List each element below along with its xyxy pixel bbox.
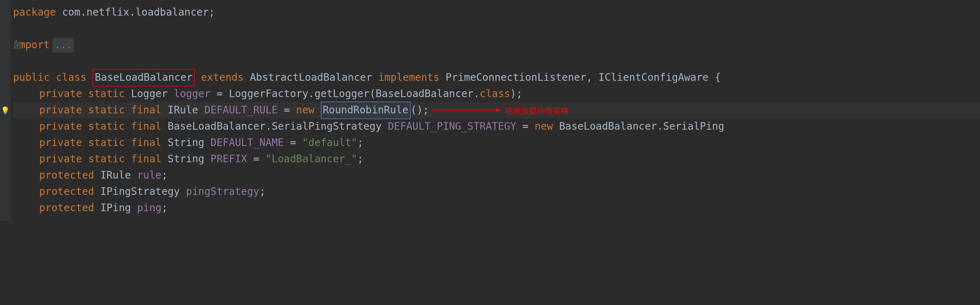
keyword-private: private [39,119,82,135]
code-line[interactable]: private static final String PREFIX = "Lo… [13,151,980,168]
constructor-name: RoundRobinRule [323,104,409,116]
type: IPing [100,200,131,216]
interface-1: PrimeConnectionListener [445,70,586,86]
code-line-highlighted[interactable]: 💡 private static final IRule DEFAULT_RUL… [13,102,980,119]
semicolon: ; [208,4,215,21]
type: Logger [131,86,168,102]
string-literal: "default" [302,135,357,151]
keyword-implements: implements [379,70,440,86]
extends-class: AbstractLoadBalancer [250,70,372,86]
type-inner: SerialPingStrategy [272,119,382,135]
keyword-static: static [88,102,125,119]
code-line[interactable]: protected IPingStrategy pingStrategy; [13,184,980,200]
type: String [168,151,204,168]
code-area[interactable]: package com.netflix.loadbalancer; + impo… [0,4,980,216]
code-line[interactable]: private static final BaseLoadBalancer.Se… [13,119,980,135]
keyword-package: package [13,4,56,21]
code-editor[interactable]: package com.netflix.loadbalancer; + impo… [0,0,980,221]
method-name: getLogger [315,86,370,102]
fold-placeholder[interactable]: ... [52,38,74,53]
keyword-final: final [131,151,161,168]
svg-marker-1 [496,108,501,112]
highlight-box-constructor: RoundRobinRule [321,101,411,119]
keyword-private: private [39,102,82,119]
keyword-static: static [88,86,125,102]
arrow-icon [433,107,501,113]
field-name: pingStrategy [186,184,259,200]
keyword-new: new [296,102,315,119]
intention-bulb-icon[interactable]: 💡 [1,105,10,116]
keyword-static: static [88,151,125,168]
keyword-protected: protected [39,184,94,200]
keyword-protected: protected [39,168,94,184]
blank-line [13,21,980,37]
constructor-inner: SerialPing [663,119,725,135]
field-name: DEFAULT_PING_STRATEGY [388,119,516,135]
keyword-final: final [131,119,161,135]
keyword-private: private [39,86,82,102]
keyword-static: static [88,119,125,135]
field-name: DEFAULT_RULE [204,102,278,119]
keyword-protected: protected [39,200,94,216]
keyword-class: class [56,70,86,86]
code-line[interactable]: + import ... [13,37,980,53]
keyword-final: final [131,102,161,119]
field-name: logger [174,86,210,102]
string-literal: "LoadBalancer_" [266,151,357,168]
code-line[interactable]: private static final String DEFAULT_NAME… [13,135,980,151]
code-line[interactable]: private static Logger logger = LoggerFac… [13,86,980,102]
class-name: BaseLoadBalancer [95,71,192,83]
field-name: DEFAULT_NAME [210,135,284,151]
keyword-public: public [13,70,50,86]
field-name: rule [137,168,161,184]
keyword-class-literal: class [480,86,510,102]
keyword-static: static [88,135,125,151]
field-name: PREFIX [210,151,247,168]
code-line[interactable]: protected IPing ping; [13,200,980,216]
keyword-new: new [535,119,553,135]
annotation-overlay: 轮询负载均衡策略 [433,102,569,119]
constructor-outer: BaseLoadBalancer [559,119,657,135]
code-line[interactable]: public class BaseLoadBalancer extends Ab… [13,70,980,86]
arg-class: BaseLoadBalancer [375,86,474,102]
type-outer: BaseLoadBalancer [168,119,266,135]
package-name: com.netflix.loadbalancer [62,4,209,21]
interface-2: IClientConfigAware [599,70,709,86]
type: IPingStrategy [100,184,180,200]
highlight-box-classname: BaseLoadBalancer [92,69,195,87]
keyword-private: private [39,135,82,151]
field-name: ping [137,200,161,216]
keyword-private: private [39,151,82,168]
factory-class: LoggerFactory [229,86,309,102]
fold-expand-icon[interactable]: + [14,42,21,49]
annotation-text: 轮询负载均衡策略 [505,106,569,115]
keyword-final: final [131,135,161,151]
blank-line [13,53,980,70]
type: String [168,135,204,151]
code-line[interactable]: protected IRule rule; [13,168,980,184]
keyword-extends: extends [201,70,244,86]
code-line[interactable]: package com.netflix.loadbalancer; [13,4,980,21]
type: IRule [168,102,198,119]
type: IRule [100,168,131,184]
